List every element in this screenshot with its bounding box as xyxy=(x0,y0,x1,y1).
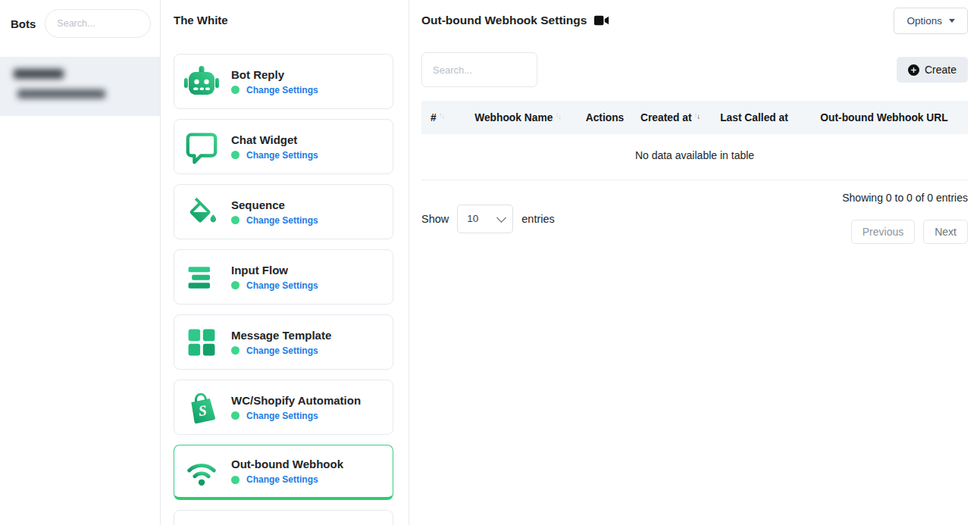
status-dot-icon xyxy=(231,86,240,94)
list-bars-icon xyxy=(183,259,220,295)
card-bot-reply[interactable]: Bot Reply Change Settings xyxy=(174,54,393,109)
page-size-select-wrap: 10 xyxy=(457,205,513,233)
chat-bubble-icon xyxy=(183,129,220,165)
webhook-search-input[interactable] xyxy=(421,52,537,87)
previous-button[interactable]: Previous xyxy=(851,220,915,244)
card-title: Out-bound Webhook xyxy=(231,458,343,470)
robot-icon xyxy=(183,64,220,100)
show-label: Show xyxy=(421,213,449,225)
paint-bucket-icon xyxy=(183,194,220,230)
change-settings-link[interactable]: Change Settings xyxy=(246,474,318,485)
main-header: Out-bound Webhook Settings Options xyxy=(421,0,968,34)
bot-name-title: The White xyxy=(174,0,393,27)
card-chat-widget[interactable]: Chat Widget Change Settings xyxy=(174,119,393,174)
bots-search-input[interactable] xyxy=(45,9,151,38)
settings-card-list: Bot Reply Change Settings Chat Widget xyxy=(174,54,393,525)
card-title: Chat Widget xyxy=(231,133,318,146)
caret-down-icon xyxy=(949,19,955,23)
card-next-partial[interactable] xyxy=(174,510,393,525)
bot-phone-redacted xyxy=(17,89,105,98)
sort-icon: ↑↓ xyxy=(555,111,561,119)
card-title: WC/Shopify Automation xyxy=(231,394,361,407)
card-out-bound-webhook[interactable]: Out-bound Webhook Change Settings xyxy=(174,445,393,500)
wifi-icon xyxy=(183,453,220,489)
change-settings-link[interactable]: Change Settings xyxy=(246,215,318,226)
column-header-created-at[interactable]: Created at ↑↓ xyxy=(632,112,708,123)
status-dot-icon xyxy=(231,346,240,355)
card-title: Bot Reply xyxy=(231,68,318,81)
table-footer: Show 10 entries Showing 0 to 0 of 0 entr… xyxy=(421,190,968,244)
webhook-table-header: # ↑↓ Webhook Name ↑↓ Actions Created at … xyxy=(421,101,968,134)
create-button-label: Create xyxy=(925,64,957,76)
status-dot-icon xyxy=(231,476,240,484)
bot-settings-panel: The White Bot Reply xyxy=(161,0,409,525)
card-title: Message Template xyxy=(231,329,331,342)
sidebar-header: Bots xyxy=(0,0,160,47)
change-settings-link[interactable]: Change Settings xyxy=(246,345,318,356)
sort-icon: ↑↓ xyxy=(439,111,445,119)
change-settings-link[interactable]: Change Settings xyxy=(246,411,318,421)
showing-summary: Showing 0 to 0 of 0 entries xyxy=(842,190,968,204)
webhook-settings-main: Out-bound Webhook Settings Options Creat… xyxy=(409,0,980,525)
column-label: Out-bound Webhook URL xyxy=(820,112,947,123)
change-settings-link[interactable]: Change Settings xyxy=(246,150,318,161)
card-wc-shopify-automation[interactable]: S WC/Shopify Automation Change Settings xyxy=(174,380,393,435)
status-dot-icon xyxy=(231,151,240,159)
column-label: Webhook Name xyxy=(474,112,553,123)
table-empty-message: No data available in table xyxy=(421,134,968,180)
options-button-label: Options xyxy=(906,15,942,27)
grid-icon xyxy=(183,324,220,361)
status-dot-icon xyxy=(231,411,240,420)
next-button[interactable]: Next xyxy=(923,220,968,244)
bot-name-redacted xyxy=(14,69,64,79)
card-message-template[interactable]: Message Template Change Settings xyxy=(174,314,393,370)
card-title: Sequence xyxy=(231,198,318,211)
column-header-webhook-name[interactable]: Webhook Name ↑↓ xyxy=(458,112,578,123)
table-toolbar: Create xyxy=(421,52,968,87)
column-label: Created at xyxy=(640,112,691,123)
card-title: Input Flow xyxy=(231,264,318,277)
card-sequence[interactable]: Sequence Change Settings xyxy=(174,184,393,239)
shopify-bag-icon: S xyxy=(183,389,220,426)
sidebar-title: Bots xyxy=(11,17,36,30)
column-header-outbound-url: Out-bound Webhook URL xyxy=(800,112,968,123)
status-dot-icon xyxy=(231,216,240,224)
column-label: Last Called at xyxy=(720,112,788,123)
page-title: Out-bound Webhook Settings xyxy=(421,14,587,27)
sort-icon-active-desc: ↑↓ xyxy=(694,111,700,119)
column-label: # xyxy=(431,112,437,123)
column-header-actions: Actions xyxy=(578,112,632,123)
change-settings-link[interactable]: Change Settings xyxy=(246,85,318,95)
pagination-controls: Previous Next xyxy=(851,220,968,244)
entries-label: entries xyxy=(521,213,555,225)
create-button[interactable]: Create xyxy=(897,57,968,83)
bots-sidebar: Bots xyxy=(0,0,161,525)
page-size-group: Show 10 entries xyxy=(421,190,555,244)
change-settings-link[interactable]: Change Settings xyxy=(246,280,318,291)
status-dot-icon xyxy=(231,281,240,289)
plus-circle-icon xyxy=(908,64,919,76)
card-input-flow[interactable]: Input Flow Change Settings xyxy=(174,249,393,305)
column-label: Actions xyxy=(586,112,625,123)
column-header-last-called-at: Last Called at xyxy=(708,112,800,123)
page-size-select[interactable]: 10 xyxy=(457,205,513,233)
video-camera-icon[interactable] xyxy=(594,14,610,27)
column-header-index[interactable]: # ↑↓ xyxy=(421,112,458,123)
options-button[interactable]: Options xyxy=(894,8,968,34)
bot-list-item-selected[interactable] xyxy=(0,57,160,116)
